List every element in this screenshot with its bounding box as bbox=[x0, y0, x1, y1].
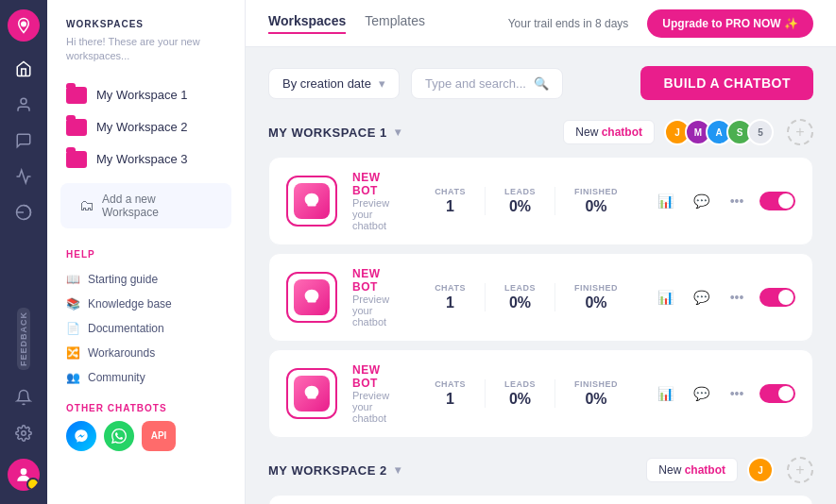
new-chatbot-btn-1[interactable]: New chatbot bbox=[563, 120, 655, 144]
tab-workspaces[interactable]: Workspaces bbox=[268, 13, 346, 34]
add-workspace-button[interactable]: 🗂 Add a new Workspace bbox=[60, 183, 231, 228]
upgrade-button[interactable]: Upgrade to PRO NOW ✨ bbox=[647, 9, 813, 38]
help-starting-guide[interactable]: 📖 Starting guide bbox=[47, 267, 245, 292]
tab-templates[interactable]: Templates bbox=[365, 13, 425, 34]
api-bot-button[interactable]: API bbox=[142, 421, 176, 451]
feedback-button[interactable]: FEEDBACK bbox=[17, 308, 30, 370]
chatbot-bold-1: chatbot bbox=[602, 126, 642, 139]
bell-icon[interactable] bbox=[8, 381, 40, 413]
sidebar-item-workspace3[interactable]: My Workspace 3 bbox=[47, 143, 245, 176]
messenger-bot-button[interactable] bbox=[66, 421, 96, 451]
sort-select[interactable]: By creation date ▾ bbox=[268, 68, 400, 99]
chart-icon[interactable] bbox=[8, 196, 40, 228]
other-chatbots-title: OTHER CHATBOTS bbox=[47, 390, 245, 421]
build-chatbot-button[interactable]: BUILD A CHATBOT bbox=[640, 66, 813, 100]
sidebar-item-workspace2[interactable]: My Workspace 2 bbox=[47, 111, 245, 143]
bot-icon-box-1-1 bbox=[286, 272, 337, 323]
icon-bar: FEEDBACK bbox=[0, 0, 47, 504]
analytics-icon-1-2[interactable]: 📊 bbox=[652, 380, 678, 407]
avatar-group-1: J M A S 5 bbox=[664, 119, 774, 145]
stat-leads-1-2: LEADS 0% bbox=[486, 379, 555, 408]
folder-icon-2 bbox=[66, 119, 87, 136]
folder-icon-1 bbox=[66, 87, 87, 104]
more-icon-1-1[interactable]: ••• bbox=[724, 284, 750, 311]
help-community[interactable]: 👥 Community bbox=[47, 365, 245, 390]
stat-leads-1-1: LEADS 0% bbox=[486, 283, 555, 311]
bot-stats-1-2: CHATS 1 LEADS 0% FINISHED 0% bbox=[416, 379, 637, 408]
analytics-icon-1-0[interactable]: 📊 bbox=[652, 188, 678, 214]
sidebar-item-workspace1[interactable]: My Workspace 1 bbox=[47, 79, 245, 111]
help-documentation[interactable]: 📄 Documentation bbox=[47, 316, 245, 341]
add-member-btn-1[interactable]: + bbox=[787, 119, 813, 145]
svg-point-4 bbox=[21, 468, 27, 475]
chevron-icon-1: ▾ bbox=[395, 126, 401, 139]
workspace1-header-right: New chatbot J M A S 5 + bbox=[563, 119, 813, 145]
home-icon[interactable] bbox=[8, 53, 40, 85]
new-chatbot-btn-2[interactable]: New chatbot bbox=[646, 458, 738, 482]
bot-icon-inner-1-1 bbox=[294, 279, 330, 315]
sort-label: By creation date bbox=[282, 76, 371, 91]
stat-chats-1-0: CHATS 1 bbox=[416, 187, 486, 215]
workaround-icon: 🔀 bbox=[66, 346, 80, 360]
chat-bubbles-icon-1-2[interactable]: 💬 bbox=[688, 380, 714, 407]
bot-name-1-1: NEW BOT bbox=[352, 267, 401, 294]
settings-icon[interactable] bbox=[8, 417, 40, 449]
toggle-1-2[interactable] bbox=[759, 384, 795, 403]
chat-icon[interactable] bbox=[8, 125, 40, 157]
user-avatar[interactable] bbox=[8, 459, 40, 491]
chatbot-bold-2: chatbot bbox=[685, 463, 725, 477]
help-workarounds[interactable]: 🔀 Workarounds bbox=[47, 341, 245, 365]
other-bots-row: API bbox=[47, 421, 245, 451]
toggle-1-1[interactable] bbox=[759, 288, 795, 307]
workspace-section-2: MY WORKSPACE 2 ▾ New chatbot J + bbox=[268, 457, 813, 504]
bot-stats-1-1: CHATS 1 LEADS 0% FINISHED 0% bbox=[416, 283, 637, 311]
workspace1-title: MY WORKSPACE 1 ▾ bbox=[268, 126, 401, 140]
help-label-3: Workarounds bbox=[88, 346, 155, 360]
workspace2-header: MY WORKSPACE 2 ▾ New chatbot J + bbox=[268, 457, 813, 483]
svg-point-0 bbox=[21, 22, 26, 27]
doc-icon: 📄 bbox=[66, 322, 80, 335]
chat-bubbles-icon-1-0[interactable]: 💬 bbox=[688, 188, 714, 214]
workspace1-header: MY WORKSPACE 1 ▾ New chatbot J M A S 5 + bbox=[268, 119, 813, 145]
search-placeholder: Type and search... bbox=[425, 76, 526, 91]
community-icon: 👥 bbox=[66, 371, 80, 384]
app-logo[interactable] bbox=[8, 9, 40, 42]
chat-bubbles-icon-1-1[interactable]: 💬 bbox=[688, 284, 714, 311]
bot-stats-1-0: CHATS 1 LEADS 0% FINISHED 0% bbox=[416, 187, 637, 215]
bot-actions-1-1: 📊 💬 ••• bbox=[652, 284, 795, 311]
more-icon-1-2[interactable]: ••• bbox=[724, 380, 750, 407]
bot-icon-box-1-0 bbox=[286, 176, 337, 227]
bot-info-1-2: NEW BOT Preview your chatbot bbox=[352, 363, 401, 424]
workspace2-label: My Workspace 2 bbox=[96, 120, 188, 134]
workspace3-label: My Workspace 3 bbox=[96, 152, 188, 166]
stat-leads-1-0: LEADS 0% bbox=[486, 187, 555, 215]
workspaces-title: WORKSPACES bbox=[47, 19, 245, 35]
help-label-1: Knowledge base bbox=[88, 297, 172, 311]
avatar-count-1: 5 bbox=[747, 119, 774, 145]
bot-icon-inner-1-2 bbox=[294, 376, 330, 412]
analytics-icon-1-1[interactable]: 📊 bbox=[652, 284, 678, 311]
sidebar-subtitle: Hi there! These are your new workspaces.… bbox=[47, 35, 245, 79]
megaphone-icon[interactable] bbox=[8, 160, 40, 193]
avatar-2-1: J bbox=[747, 457, 774, 483]
help-knowledge-base[interactable]: 📚 Knowledge base bbox=[47, 292, 245, 316]
bot-card-1-0: NEW BOT Preview your chatbot CHATS 1 LEA… bbox=[268, 157, 813, 245]
stat-finished-1-1: FINISHED 0% bbox=[555, 283, 637, 311]
add-member-btn-2[interactable]: + bbox=[787, 457, 813, 483]
help-label-2: Documentation bbox=[88, 322, 164, 335]
add-workspace-label: Add a new Workspace bbox=[102, 193, 213, 219]
workspace-section-1: MY WORKSPACE 1 ▾ New chatbot J M A S 5 + bbox=[268, 119, 813, 438]
search-box[interactable]: Type and search... 🔍 bbox=[411, 68, 563, 99]
stat-finished-1-2: FINISHED 0% bbox=[555, 379, 637, 408]
workspace2-title: MY WORKSPACE 2 ▾ bbox=[268, 463, 401, 478]
help-title: HELP bbox=[47, 236, 245, 267]
toggle-1-0[interactable] bbox=[759, 192, 795, 210]
bot-actions-1-2: 📊 💬 ••• bbox=[652, 380, 795, 407]
top-bar: Workspaces Templates Your trail ends in … bbox=[246, 0, 836, 47]
people-icon[interactable] bbox=[8, 89, 40, 121]
whatsapp-bot-button[interactable] bbox=[104, 421, 134, 451]
sidebar: WORKSPACES Hi there! These are your new … bbox=[47, 0, 246, 504]
folder-icon-3 bbox=[66, 151, 87, 168]
more-icon-1-0[interactable]: ••• bbox=[724, 188, 750, 214]
stat-chats-1-1: CHATS 1 bbox=[416, 283, 486, 311]
